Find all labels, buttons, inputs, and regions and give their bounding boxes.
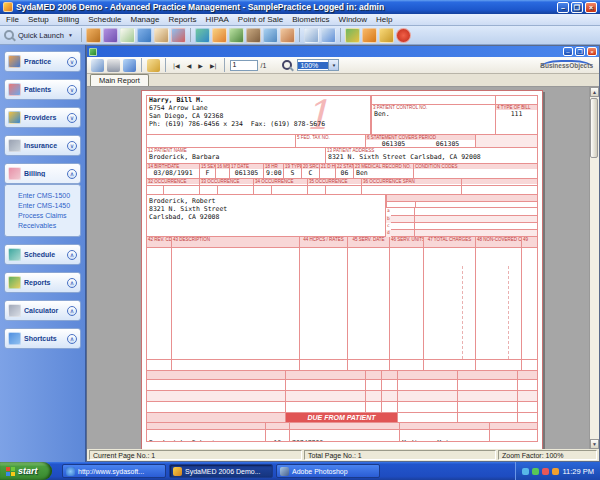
chevron-down-icon[interactable]: ∨: [67, 113, 77, 123]
help-icon[interactable]: [396, 28, 411, 43]
patient-control-value: Ben.: [372, 110, 495, 118]
next-page-icon[interactable]: ▶: [196, 61, 205, 70]
menu-file[interactable]: File: [6, 15, 19, 24]
chevron-up-icon[interactable]: ∧: [67, 250, 77, 260]
link-enter-cms-1450[interactable]: Enter CMS-1450: [18, 202, 80, 209]
staff-icon[interactable]: [280, 28, 295, 43]
menu-help[interactable]: Help: [376, 15, 392, 24]
first-page-icon[interactable]: |◀: [171, 61, 182, 70]
sidebar-item-calculator[interactable]: Calculator ∧: [4, 300, 81, 321]
cpt-folder-icon[interactable]: [86, 28, 101, 43]
find-text-icon[interactable]: [282, 60, 292, 70]
chevron-up-icon[interactable]: ∧: [67, 334, 77, 344]
audit-icon[interactable]: [246, 28, 261, 43]
menu-manage[interactable]: Manage: [131, 15, 160, 24]
zoom-value[interactable]: 100%: [298, 62, 328, 69]
task-internet-explorer[interactable]: http://www.sydasoft...: [62, 464, 166, 478]
system-tray: 11:29 PM: [515, 462, 600, 480]
referral-icon[interactable]: [154, 28, 169, 43]
billing-provider-box: 1 Harry, Bill M. 6754 Arrow Lane San Die…: [146, 95, 371, 135]
services-header: 42 REV. CD. 43 DESCRIPTION 44 HCPCS / RA…: [146, 237, 538, 248]
zoom-dropdown-icon[interactable]: ▼: [328, 60, 338, 70]
search-icon[interactable]: [4, 30, 14, 40]
provider-fax: Fax: (619) 878-5676: [251, 120, 325, 128]
transactions-icon[interactable]: [321, 28, 336, 43]
schedule-icon[interactable]: [229, 28, 244, 43]
sidebar-item-providers[interactable]: Providers ∨: [4, 107, 81, 128]
responsible-address2: Carlsbad, CA 92008: [147, 213, 385, 221]
admission-source: C: [302, 169, 319, 177]
scrollbar-thumb[interactable]: [590, 98, 598, 158]
sidebar-item-schedule[interactable]: Schedule ∧: [4, 244, 81, 265]
chevron-up-icon[interactable]: ∧: [67, 169, 77, 179]
tab-main-report[interactable]: Main Report: [90, 74, 149, 86]
menu-biometrics[interactable]: Biometrics: [292, 15, 329, 24]
security-lock-icon[interactable]: [379, 28, 394, 43]
quick-launch-label[interactable]: Quick Launch: [18, 31, 64, 40]
chevron-down-icon[interactable]: ∨: [67, 57, 77, 67]
viewer-minimize-button[interactable]: –: [563, 47, 573, 56]
menu-point-of-sale[interactable]: Point of Sale: [238, 15, 283, 24]
link-enter-cms-1500[interactable]: Enter CMS-1500: [18, 192, 80, 199]
start-button[interactable]: start: [0, 462, 52, 480]
task-sydamed[interactable]: SydaMED 2006 Demo...: [169, 464, 273, 478]
page-number-input[interactable]: 1: [230, 60, 258, 71]
menu-reports[interactable]: Reports: [168, 15, 196, 24]
refresh-icon[interactable]: [123, 59, 136, 72]
menu-hipaa[interactable]: HIPAA: [205, 15, 228, 24]
services-filler: [146, 266, 538, 360]
money-icon[interactable]: [212, 28, 227, 43]
task-photoshop[interactable]: Adobe Photoshop: [276, 464, 380, 478]
claims-icon[interactable]: [171, 28, 186, 43]
sidebar-item-shortcuts[interactable]: Shortcuts ∧: [4, 328, 81, 349]
sidebar-item-practice[interactable]: Practice ∨: [4, 51, 81, 72]
chevron-down-icon[interactable]: ∨: [67, 141, 77, 151]
last-page-icon[interactable]: ▶|: [208, 61, 219, 70]
chevron-up-icon[interactable]: ∧: [67, 278, 77, 288]
sidebar-item-reports[interactable]: Reports ∧: [4, 272, 81, 293]
tray-icon-1[interactable]: [522, 468, 529, 475]
close-button[interactable]: ×: [585, 2, 597, 13]
payments-icon[interactable]: [195, 28, 210, 43]
shortcuts-icon: [8, 332, 21, 345]
scroll-down-icon[interactable]: ▼: [590, 439, 599, 449]
scroll-up-icon[interactable]: ▲: [590, 87, 599, 97]
chevron-down-icon[interactable]: ∨: [67, 85, 77, 95]
superbill-icon[interactable]: [120, 28, 135, 43]
windows-flag-icon: [6, 467, 15, 476]
businessobjects-logo: BusinessObjects: [540, 60, 593, 69]
export-report-icon[interactable]: [91, 59, 104, 72]
link-process-claims[interactable]: Process Claims: [18, 212, 80, 219]
group-tree-icon[interactable]: [147, 59, 160, 72]
tray-icon-3[interactable]: [542, 468, 549, 475]
chevron-up-icon[interactable]: ∧: [67, 306, 77, 316]
print-report-icon[interactable]: [107, 59, 120, 72]
sidebar-item-patients[interactable]: Patients ∨: [4, 79, 81, 100]
patient-lookup-icon[interactable]: [137, 28, 152, 43]
billing-panel: Enter CMS-1500 Enter CMS-1450 Process Cl…: [4, 184, 81, 237]
viewer-tabs: Main Report: [87, 74, 599, 87]
menu-billing[interactable]: Billing: [58, 15, 79, 24]
zoom-combobox[interactable]: 100% ▼: [297, 59, 339, 71]
icd-folder-icon[interactable]: [103, 28, 118, 43]
menu-window[interactable]: Window: [339, 15, 367, 24]
viewer-maximize-button[interactable]: ❐: [575, 47, 585, 56]
menubar: File Setup Billing Schedule Manage Repor…: [0, 14, 600, 26]
minimize-button[interactable]: –: [557, 2, 569, 13]
messaging-icon[interactable]: [263, 28, 278, 43]
monitor-icon[interactable]: [362, 28, 377, 43]
maximize-button[interactable]: ❐: [571, 2, 583, 13]
sidebar-item-billing[interactable]: Billing ∧: [4, 163, 81, 184]
menu-setup[interactable]: Setup: [28, 15, 49, 24]
tray-icon-4[interactable]: [552, 468, 559, 475]
tray-icon-2[interactable]: [532, 468, 539, 475]
sidebar-item-insurance[interactable]: Insurance ∨: [4, 135, 81, 156]
menu-schedule[interactable]: Schedule: [88, 15, 121, 24]
birthdate: 03/08/1991: [147, 169, 199, 177]
viewer-close-button[interactable]: ×: [587, 47, 597, 56]
quick-launch-dropdown-icon[interactable]: ▼: [68, 32, 73, 38]
previous-page-icon[interactable]: ◀: [185, 61, 194, 70]
document-review-icon[interactable]: [304, 28, 319, 43]
link-receivables[interactable]: Receivables: [18, 222, 80, 229]
analytics-icon[interactable]: [345, 28, 360, 43]
